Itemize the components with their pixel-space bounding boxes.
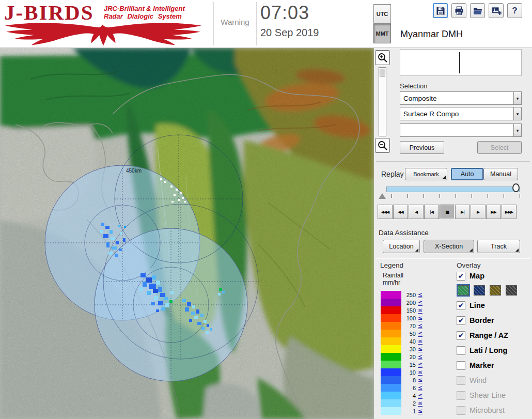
fast-rewind-button[interactable]: ◀◀◀	[378, 205, 393, 219]
threshold-link[interactable]: ≤	[418, 323, 423, 329]
range-az-checkbox[interactable]: ✔	[457, 331, 465, 340]
legend-row: 6≤	[381, 384, 423, 392]
previous-button[interactable]: Previous	[400, 141, 444, 154]
floppy-disk-icon	[435, 6, 446, 16]
overlay-item-microburst: Microburst	[457, 405, 532, 416]
threshold-link[interactable]: ≤	[418, 393, 423, 399]
threshold-link[interactable]: ≤	[418, 362, 423, 368]
threshold-link[interactable]: ≤	[418, 307, 423, 314]
zoom-out-button[interactable]	[375, 138, 390, 153]
legend-row: 1≤	[381, 407, 423, 415]
threshold-link[interactable]: ≤	[418, 369, 423, 376]
threshold-link[interactable]: ≤	[418, 300, 423, 306]
zoom-in-button[interactable]	[375, 50, 390, 65]
overlay-item-shear-line: Shear Line	[457, 390, 532, 401]
bookmark-button[interactable]: Bookmark	[405, 168, 447, 180]
forward-button[interactable]: ▶▶	[486, 205, 501, 219]
lati-long-checkbox[interactable]	[457, 346, 465, 355]
category-dropdown[interactable]: Composite ▼	[400, 91, 522, 105]
open-folder-button[interactable]	[470, 3, 485, 18]
check-icon: ✔	[458, 317, 464, 324]
threshold-link[interactable]: ≤	[418, 292, 423, 298]
logo-subtitle: JRC-Brilliant & Intelligent Radar Dialog…	[104, 5, 205, 20]
threshold-link[interactable]: ≤	[418, 338, 423, 345]
overlay-item-range-az[interactable]: ✔ Range / AZ	[457, 330, 532, 341]
threshold-link[interactable]: ≤	[418, 346, 423, 352]
save-button[interactable]	[433, 3, 448, 18]
replay-timeline[interactable]	[386, 187, 520, 192]
overlay-item-map[interactable]: ✔ Map	[457, 270, 532, 282]
map-checkbox[interactable]: ✔	[457, 272, 465, 281]
overlay-item-line[interactable]: ✔ Line	[457, 300, 532, 311]
print-button[interactable]	[451, 3, 466, 18]
step-forward-button[interactable]: ▶|	[455, 205, 470, 219]
step-back-button[interactable]: |◀	[424, 205, 439, 219]
station-info-box[interactable]	[400, 49, 522, 76]
legend-color-swatch	[381, 407, 401, 415]
map-style-terrain-green[interactable]	[458, 285, 469, 296]
manual-mode-button[interactable]: Manual	[483, 168, 518, 180]
overlay-item-border[interactable]: ✔ Border	[457, 315, 532, 326]
overlay-item-marker[interactable]: Marker	[457, 360, 532, 371]
zoom-slider-thumb[interactable]	[380, 69, 385, 76]
legend-unit-line1: Rainfall	[383, 272, 403, 279]
extra-dropdown[interactable]: ▼	[400, 123, 522, 137]
help-button[interactable]: ?	[507, 3, 522, 18]
timeline-handle[interactable]	[512, 183, 520, 192]
chevron-down-icon[interactable]: ▼	[513, 107, 521, 120]
legend-color-swatch	[381, 384, 401, 392]
product-dropdown-value: Surface R Compo	[400, 107, 513, 120]
map-style-terrain-navy[interactable]	[474, 285, 485, 296]
check-icon: ✔	[458, 302, 464, 309]
track-button[interactable]: Track	[477, 240, 520, 253]
overlay-item-lati-long[interactable]: Lati / Long	[457, 345, 532, 356]
header: J-BIRDS JRC-Brilliant & Intelligent Rada…	[0, 0, 532, 48]
station-name: Myanmar DMH	[400, 29, 463, 40]
threshold-link[interactable]: ≤	[418, 385, 423, 391]
add-image-button[interactable]	[489, 3, 504, 18]
play-button[interactable]: ▶	[471, 205, 486, 219]
stop-button[interactable]: ■	[440, 205, 455, 219]
zoom-slider[interactable]	[379, 67, 386, 136]
legend-color-swatch	[381, 376, 401, 384]
logo-title: J-BIRDS	[4, 0, 93, 25]
chevron-down-icon[interactable]: ▼	[513, 92, 521, 104]
border-checkbox[interactable]: ✔	[457, 316, 465, 325]
warning-indicator: Warning	[213, 2, 257, 45]
auto-mode-button[interactable]: Auto	[451, 168, 483, 180]
threshold-link[interactable]: ≤	[418, 354, 423, 360]
printer-icon	[454, 6, 464, 16]
rewind-button[interactable]: ◀◀	[393, 205, 408, 219]
marker-checkbox[interactable]	[457, 361, 465, 370]
legend-color-swatch	[381, 330, 401, 337]
eagle-logo-icon	[1, 22, 204, 46]
product-dropdown[interactable]: Surface R Compo ▼	[400, 107, 522, 120]
map-style-terrain-gray[interactable]	[506, 285, 517, 296]
data-assistance-label: Data Assistance	[379, 229, 429, 237]
threshold-link[interactable]: ≤	[418, 315, 423, 321]
threshold-link[interactable]: ≤	[418, 408, 423, 414]
map-style-terrain-olive[interactable]	[490, 285, 501, 296]
app-window: J-BIRDS JRC-Brilliant & Intelligent Rada…	[0, 0, 532, 419]
legend-color-swatch	[381, 368, 401, 376]
legend-color-swatch	[381, 337, 401, 345]
timeline-start-marker[interactable]	[379, 193, 386, 199]
location-button[interactable]: Location	[383, 240, 420, 253]
select-button[interactable]: Select	[477, 141, 522, 154]
legend-color-swatch	[381, 345, 401, 353]
radar-map[interactable]: 450km	[0, 48, 374, 419]
control-panel: Selection Composite ▼ Surface R Compo ▼ …	[374, 48, 532, 419]
line-checkbox[interactable]: ✔	[457, 301, 465, 310]
mmt-button[interactable]: MMT	[373, 24, 391, 43]
fast-forward-button[interactable]: ▶▶▶	[502, 205, 517, 219]
threshold-link[interactable]: ≤	[418, 377, 423, 383]
threshold-link[interactable]: ≤	[418, 331, 423, 337]
legend-row: 50≤	[381, 330, 423, 337]
xsection-button[interactable]: X-Section	[424, 240, 474, 253]
chevron-down-icon[interactable]: ▼	[513, 124, 521, 136]
reverse-play-button[interactable]: ◀	[409, 205, 424, 219]
utc-button[interactable]: UTC	[373, 4, 391, 24]
wind-checkbox	[457, 376, 465, 385]
threshold-link[interactable]: ≤	[418, 400, 423, 407]
divider	[376, 258, 530, 259]
